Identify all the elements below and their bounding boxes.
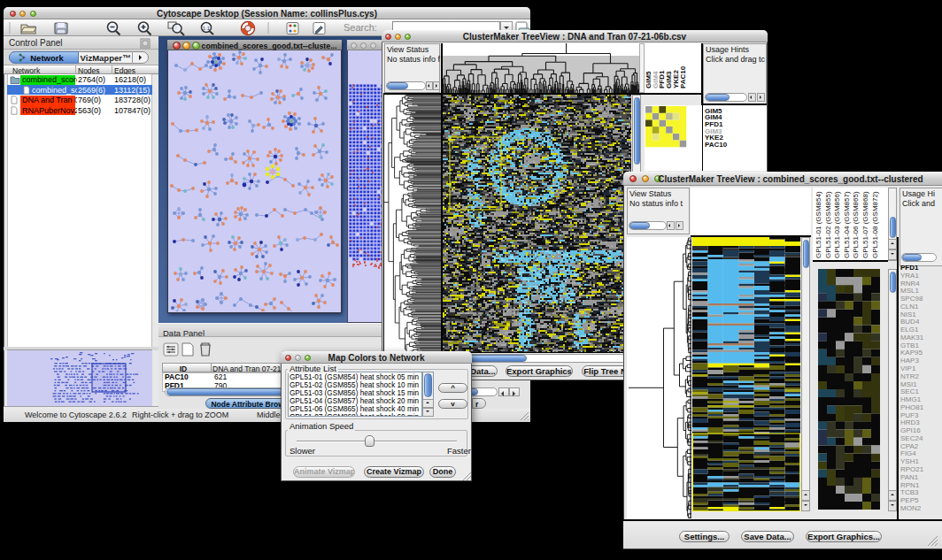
svg-text:1:1: 1:1 xyxy=(203,26,211,31)
